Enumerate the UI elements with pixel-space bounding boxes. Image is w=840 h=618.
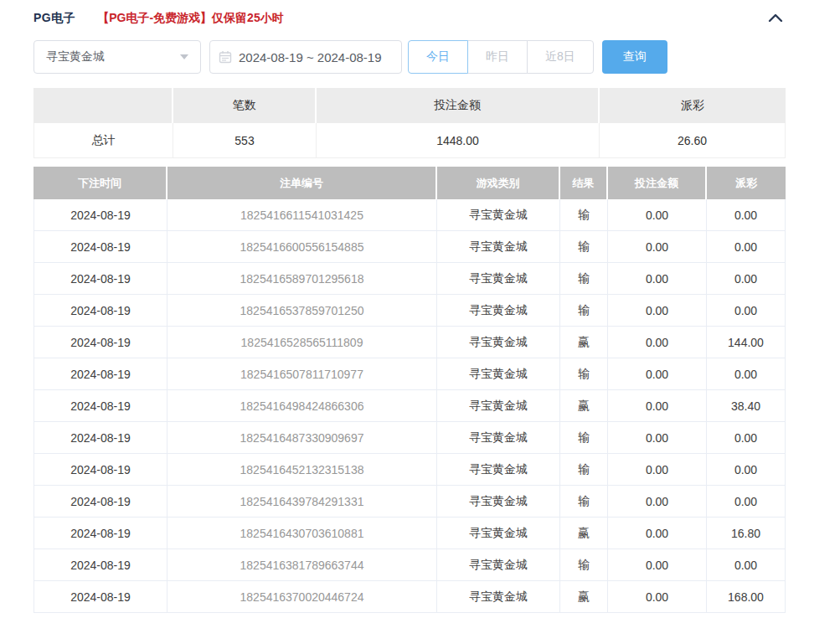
table-row: 2024-08-19 1825416452132315138 寻宝黄金城 输 0… xyxy=(33,454,786,486)
table-row: 2024-08-19 1825416537859701250 寻宝黄金城 输 0… xyxy=(33,295,786,327)
cell-bet-time: 2024-08-19 xyxy=(33,327,167,358)
cell-bet-time: 2024-08-19 xyxy=(33,581,167,613)
cell-bet-time: 2024-08-19 xyxy=(33,549,167,581)
game-select[interactable]: 寻宝黄金城 xyxy=(33,40,201,74)
cell-bet-time: 2024-08-19 xyxy=(33,231,167,263)
cell-bet-id: 1825416370020446724 xyxy=(167,581,437,613)
cell-bet-id: 1825416611541031425 xyxy=(167,199,437,231)
cell-result: 输 xyxy=(560,295,608,327)
cell-bet-id: 1825416507811710977 xyxy=(167,358,437,390)
table-row: 2024-08-19 1825416498424866306 寻宝黄金城 赢 0… xyxy=(33,390,786,422)
summary-header-bet-amount: 投注金额 xyxy=(317,88,600,123)
game-select-value: 寻宝黄金城 xyxy=(46,49,105,64)
cell-game-type: 寻宝黄金城 xyxy=(437,327,560,358)
cell-bet-id: 1825416430703610881 xyxy=(167,518,437,549)
cell-game-type: 寻宝黄金城 xyxy=(437,263,560,295)
panel-title: PG电子 xyxy=(33,11,75,26)
cell-bet-time: 2024-08-19 xyxy=(33,295,167,327)
cell-bet-amount: 0.00 xyxy=(608,327,707,358)
cell-bet-id: 1825416589701295618 xyxy=(167,263,437,295)
cell-payout: 0.00 xyxy=(707,199,786,231)
cell-result: 输 xyxy=(560,199,608,231)
cell-result: 输 xyxy=(560,422,608,454)
table-row: 2024-08-19 1825416381789663744 寻宝黄金城 输 0… xyxy=(33,549,786,581)
summary-header-blank xyxy=(33,88,173,123)
cell-game-type: 寻宝黄金城 xyxy=(437,390,560,422)
header-payout: 派彩 xyxy=(707,167,786,199)
cell-bet-amount: 0.00 xyxy=(608,486,707,518)
cell-bet-amount: 0.00 xyxy=(608,390,707,422)
cell-payout: 0.00 xyxy=(707,486,786,518)
table-row: 2024-08-19 1825416507811710977 寻宝黄金城 输 0… xyxy=(33,358,786,390)
summary-header-row: 笔数 投注金额 派彩 xyxy=(33,88,786,123)
cell-bet-amount: 0.00 xyxy=(608,199,707,231)
cell-bet-time: 2024-08-19 xyxy=(33,199,167,231)
table-row: 2024-08-19 1825416370020446724 寻宝黄金城 赢 0… xyxy=(33,581,786,613)
cell-bet-time: 2024-08-19 xyxy=(33,454,167,486)
cell-result: 赢 xyxy=(560,390,608,422)
summary-total-label: 总计 xyxy=(33,123,173,158)
header-bet-id: 注单编号 xyxy=(167,167,437,199)
quick-filter-button-2[interactable]: 近8日 xyxy=(527,40,594,74)
retention-notice: 【PG电子-免费游戏】仅保留25小时 xyxy=(97,11,283,26)
summary-header-payout: 派彩 xyxy=(600,88,786,123)
cell-bet-time: 2024-08-19 xyxy=(33,518,167,549)
table-row: 2024-08-19 1825416589701295618 寻宝黄金城 输 0… xyxy=(33,263,786,295)
chevron-up-icon xyxy=(765,11,786,27)
header-result: 结果 xyxy=(560,167,608,199)
cell-game-type: 寻宝黄金城 xyxy=(437,422,560,454)
summary-header-count: 笔数 xyxy=(173,88,317,123)
calendar-icon xyxy=(219,50,232,64)
cell-result: 输 xyxy=(560,231,608,263)
bet-table-body: 2024-08-19 1825416611541031425 寻宝黄金城 输 0… xyxy=(33,199,786,613)
cell-bet-time: 2024-08-19 xyxy=(33,358,167,390)
cell-result: 输 xyxy=(560,486,608,518)
table-row: 2024-08-19 1825416430703610881 寻宝黄金城 赢 0… xyxy=(33,518,786,549)
cell-bet-id: 1825416487330909697 xyxy=(167,422,437,454)
cell-bet-id: 1825416452132315138 xyxy=(167,454,437,486)
cell-game-type: 寻宝黄金城 xyxy=(437,295,560,327)
cell-payout: 168.00 xyxy=(707,581,786,613)
summary-table: 笔数 投注金额 派彩 总计 553 1448.00 26.60 xyxy=(33,88,786,158)
caret-down-icon xyxy=(180,54,188,59)
cell-result: 输 xyxy=(560,358,608,390)
cell-bet-time: 2024-08-19 xyxy=(33,486,167,518)
cell-payout: 144.00 xyxy=(707,327,786,358)
cell-bet-amount: 0.00 xyxy=(608,295,707,327)
search-button[interactable]: 查询 xyxy=(602,40,667,74)
cell-game-type: 寻宝黄金城 xyxy=(437,199,560,231)
cell-payout: 0.00 xyxy=(707,295,786,327)
cell-bet-amount: 0.00 xyxy=(608,358,707,390)
cell-bet-amount: 0.00 xyxy=(608,518,707,549)
cell-game-type: 寻宝黄金城 xyxy=(437,454,560,486)
cell-bet-amount: 0.00 xyxy=(608,454,707,486)
cell-bet-id: 1825416528565111809 xyxy=(167,327,437,358)
table-row: 2024-08-19 1825416611541031425 寻宝黄金城 输 0… xyxy=(33,199,786,231)
date-range-input[interactable]: 2024-08-19 ~ 2024-08-19 xyxy=(209,40,402,74)
cell-payout: 0.00 xyxy=(707,454,786,486)
cell-game-type: 寻宝黄金城 xyxy=(437,549,560,581)
quick-filter-button-0[interactable]: 今日 xyxy=(408,40,468,74)
cell-bet-id: 1825416498424866306 xyxy=(167,390,437,422)
quick-filter-button-1[interactable]: 昨日 xyxy=(467,40,528,74)
cell-bet-id: 1825416381789663744 xyxy=(167,549,437,581)
cell-result: 输 xyxy=(560,549,608,581)
cell-bet-id: 1825416600556154885 xyxy=(167,231,437,263)
pg-games-panel: PG电子 【PG电子-免费游戏】仅保留25小时 寻宝黄金城 xyxy=(33,7,786,613)
collapse-panel-button[interactable] xyxy=(765,10,786,27)
table-row: 2024-08-19 1825416439784291331 寻宝黄金城 输 0… xyxy=(33,486,786,518)
cell-game-type: 寻宝黄金城 xyxy=(437,358,560,390)
table-row: 2024-08-19 1825416600556154885 寻宝黄金城 输 0… xyxy=(33,231,786,263)
cell-bet-time: 2024-08-19 xyxy=(33,390,167,422)
cell-game-type: 寻宝黄金城 xyxy=(437,581,560,613)
cell-result: 赢 xyxy=(560,518,608,549)
bet-table: 下注时间 注单编号 游戏类别 结果 投注金额 派彩 2024-08-19 182… xyxy=(33,167,786,613)
summary-total-bet-amount: 1448.00 xyxy=(317,123,600,158)
table-row: 2024-08-19 1825416528565111809 寻宝黄金城 赢 0… xyxy=(33,327,786,358)
header-bet-time: 下注时间 xyxy=(33,167,167,199)
cell-bet-amount: 0.00 xyxy=(608,263,707,295)
cell-payout: 0.00 xyxy=(707,263,786,295)
cell-payout: 0.00 xyxy=(707,549,786,581)
cell-bet-time: 2024-08-19 xyxy=(33,263,167,295)
cell-bet-amount: 0.00 xyxy=(608,422,707,454)
